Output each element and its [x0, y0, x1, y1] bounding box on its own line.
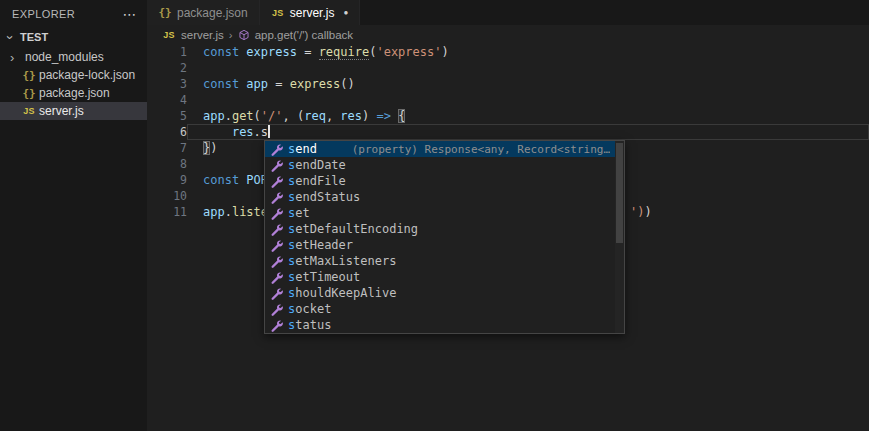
workspace-section-header[interactable]: › TEST: [0, 28, 147, 46]
json-file-icon: {}: [22, 69, 36, 82]
suggestion-send[interactable]: send(property) Response<any, Record<stri…: [265, 141, 624, 157]
explorer-item-server.js[interactable]: JSserver.js: [0, 102, 147, 120]
code-text[interactable]: app.get('/', (req, res) => {: [187, 108, 869, 124]
suggestion-sendFile[interactable]: sendFile: [265, 173, 624, 189]
code-token: '): [630, 205, 644, 219]
code-token: .: [225, 205, 232, 219]
suggest-scrollbar[interactable]: [615, 141, 624, 333]
code-token: app: [203, 205, 225, 219]
explorer-item-node_modules[interactable]: ›node_modules: [0, 48, 147, 66]
line-number[interactable]: 7: [147, 140, 187, 156]
suggestion-status[interactable]: status: [265, 317, 624, 333]
text-cursor: [268, 124, 270, 138]
code-line-3: 3const app = express(): [147, 76, 869, 92]
code-token: liste: [232, 205, 268, 219]
autocomplete-popup: send(property) Response<any, Record<stri…: [264, 140, 625, 334]
code-text[interactable]: const express = require('express'): [187, 44, 869, 60]
code-line-4: 4: [147, 92, 869, 108]
explorer-item-package-lock.json[interactable]: {}package-lock.json: [0, 66, 147, 84]
code-token: const: [203, 77, 239, 91]
file-name: node_modules: [25, 50, 104, 64]
line-number[interactable]: 2: [147, 60, 187, 76]
line-number[interactable]: 9: [147, 172, 187, 188]
code-token: .: [225, 109, 232, 123]
code-token: ): [362, 109, 376, 123]
code-token: =: [268, 77, 290, 91]
property-icon: [268, 286, 284, 300]
code-token: require: [319, 45, 370, 60]
code-text[interactable]: [187, 60, 869, 76]
property-icon: [268, 302, 284, 316]
suggestion-label: send: [288, 142, 317, 156]
json-file-icon: {}: [22, 87, 36, 100]
json-file-icon: {}: [158, 6, 172, 19]
breadcrumb: JS server.js › app.get('/') callback: [147, 25, 869, 44]
property-icon: [268, 174, 284, 188]
tab-server.js[interactable]: JSserver.js●: [260, 0, 361, 25]
property-icon: [268, 158, 284, 172]
code-token: {: [398, 109, 405, 123]
line-number[interactable]: 1: [147, 44, 187, 60]
more-actions-icon[interactable]: ⋯: [123, 7, 137, 21]
line-number[interactable]: 11: [147, 204, 187, 220]
code-text[interactable]: [187, 92, 869, 108]
line-number[interactable]: 8: [147, 156, 187, 172]
code-token: get: [232, 109, 254, 123]
breadcrumb-symbol[interactable]: app.get('/') callback: [255, 29, 353, 41]
suggestion-set[interactable]: set: [265, 205, 624, 221]
explorer-item-package.json[interactable]: {}package.json: [0, 84, 147, 102]
suggestion-label: sendStatus: [288, 190, 360, 204]
suggestion-label: setMaxListeners: [288, 254, 396, 268]
suggestion-sendStatus[interactable]: sendStatus: [265, 189, 624, 205]
suggestion-setTimeout[interactable]: setTimeout: [265, 269, 624, 285]
suggestion-label: sendFile: [288, 174, 346, 188]
chevron-right-icon: ›: [10, 51, 22, 64]
suggest-scrollbar-thumb[interactable]: [616, 143, 623, 243]
file-name: package-lock.json: [39, 68, 135, 82]
code-line-5: 5app.get('/', (req, res) => {: [147, 108, 869, 124]
line-number[interactable]: 10: [147, 188, 187, 204]
code-line-2: 2: [147, 60, 869, 76]
tab-package.json[interactable]: {}package.json: [147, 0, 260, 25]
code-editor[interactable]: 1const express = require('express')23con…: [147, 44, 869, 431]
suggestion-shouldKeepAlive[interactable]: shouldKeepAlive: [265, 285, 624, 301]
code-token: '/': [261, 109, 283, 123]
suggestion-label: set: [288, 206, 310, 220]
code-token: .s: [254, 125, 268, 139]
code-token: (: [254, 109, 261, 123]
suggestion-label: setDefaultEncoding: [288, 222, 418, 236]
code-token: ): [645, 205, 652, 219]
code-token: const: [203, 45, 239, 59]
suggestion-label: socket: [288, 302, 331, 316]
tab-label: server.js: [290, 6, 335, 20]
suggestion-label: shouldKeepAlive: [288, 286, 396, 300]
line-number[interactable]: 4: [147, 92, 187, 108]
code-token: app: [246, 77, 268, 91]
suggestion-setHeader[interactable]: setHeader: [265, 237, 624, 253]
line-number[interactable]: 6: [147, 124, 187, 140]
suggestion-label: status: [288, 318, 331, 332]
suggestion-socket[interactable]: socket: [265, 301, 624, 317]
suggestion-setDefaultEncoding[interactable]: setDefaultEncoding: [265, 221, 624, 237]
property-icon: [268, 142, 284, 156]
line-number[interactable]: 5: [147, 108, 187, 124]
code-text[interactable]: const app = express(): [187, 76, 869, 92]
code-token: [203, 125, 232, 139]
breadcrumb-file[interactable]: server.js: [181, 29, 224, 41]
property-icon: [268, 318, 284, 332]
chevron-down-icon: ›: [3, 31, 18, 43]
workspace-name: TEST: [20, 31, 48, 43]
breadcrumb-separator-icon: ›: [229, 29, 233, 41]
line-number[interactable]: 3: [147, 76, 187, 92]
code-token: res: [340, 109, 362, 123]
code-line-1: 1const express = require('express'): [147, 44, 869, 60]
js-file-icon: JS: [271, 8, 285, 18]
suggestion-sendDate[interactable]: sendDate: [265, 157, 624, 173]
modified-dot-icon[interactable]: ●: [343, 8, 348, 17]
code-line-6: 6 res.s: [147, 124, 869, 140]
property-icon: [268, 254, 284, 268]
suggestion-setMaxListeners[interactable]: setMaxListeners: [265, 253, 624, 269]
explorer-header: EXPLORER ⋯: [0, 0, 147, 28]
code-text[interactable]: res.s: [187, 124, 869, 140]
property-icon: [268, 206, 284, 220]
